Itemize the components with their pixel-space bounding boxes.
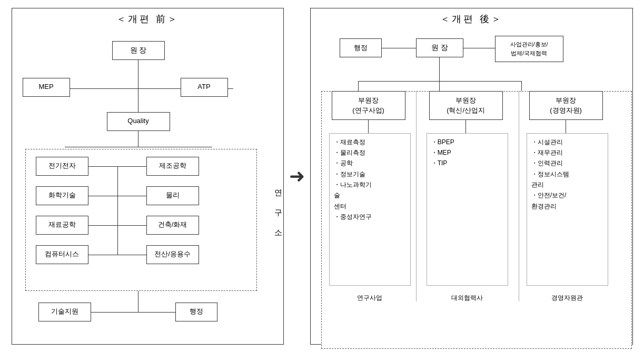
left-content: 원 장 MEP ATP Quality 전기전자 화학기술 <box>12 31 283 344</box>
r-buwon2: 부원장 (혁신/산업지 <box>429 91 503 120</box>
left-title: ＜개편 前＞ <box>116 13 179 25</box>
box-chem: 화학기술 <box>36 186 88 205</box>
v-bottom <box>138 291 139 312</box>
r-v3 <box>439 81 440 92</box>
r-h1 <box>382 48 416 49</box>
mep-box: MEP <box>23 78 70 97</box>
r-v5 <box>368 120 369 133</box>
r-buwon3: 부원장 (경영자원) <box>529 91 603 120</box>
r-sabup: 사업관리/홍보/ 법제/국제협력 <box>495 36 563 62</box>
r-v6 <box>465 120 467 133</box>
r-v4 <box>521 81 522 92</box>
box-arch: 건축/화재 <box>146 216 199 235</box>
right-content: 행정 원 장 사업관리/홍보/ 법제/국제협력 부원장 (연구사업) <box>311 31 632 344</box>
box-mat: 재료공학 <box>36 216 88 235</box>
r-content1: ・재료측정 ・물리측정 ・공학 ・정보기술 ・나노과학기 술 센터 ・중성자연구 <box>329 133 411 286</box>
box-comp: 컴퓨터시스 <box>36 245 88 264</box>
r-haengjeong: 행정 <box>340 38 382 57</box>
right-title: ＜개편 後＞ <box>440 13 503 25</box>
quality-box: Quality <box>107 112 170 131</box>
wonjang-box: 원 장 <box>112 41 165 60</box>
left-panel: ＜개편 前＞ 원 장 MEP ATP Quality 전 <box>12 8 284 345</box>
h2 <box>65 147 212 148</box>
r-v1 <box>439 57 440 81</box>
r-label2: 대외협력사 <box>427 294 508 303</box>
main-container: ＜개편 前＞ 원 장 MEP ATP Quality 전 <box>12 8 633 345</box>
r-sep1 <box>416 91 417 301</box>
vc-center <box>117 166 118 255</box>
r-wonjang: 원 장 <box>416 38 463 57</box>
r-sep2 <box>519 91 520 301</box>
box-phys: 물리 <box>146 186 199 205</box>
r-label1: 연구사업 <box>329 294 411 303</box>
hl-r4 <box>88 255 146 256</box>
r-content2: ・BPEP ・MEP ・TIP <box>427 133 508 286</box>
v3 <box>138 131 139 147</box>
v2 <box>138 88 139 112</box>
r-v2 <box>358 81 359 92</box>
atp-box: ATP <box>181 78 228 97</box>
right-panel: ＜개편 後＞ 행정 원 장 사업관리/홍보/ 법제/국제협력 <box>310 8 633 345</box>
r-content3: ・시설관리 ・재무관리 ・인력관리 ・정보시스템 관리 ・안전/보건/ 환경관리 <box>527 133 608 286</box>
r-h2 <box>463 48 495 49</box>
r-buwon1: 부원장 (연구사업) <box>332 91 405 120</box>
box-elec: 전기전자 <box>36 157 88 176</box>
box-cs: 전산/응용수 <box>146 245 199 264</box>
r-v7 <box>566 120 567 133</box>
arrow: ➜ <box>284 8 310 345</box>
box-haeng-left: 행정 <box>175 303 217 321</box>
yeonguoso-label: 연 구 소 <box>273 183 283 237</box>
box-mfg: 제조공학 <box>146 157 199 176</box>
v1 <box>138 60 139 89</box>
r-label3: 경영자원관 <box>527 294 608 303</box>
box-gisul: 기술지원 <box>38 303 91 321</box>
